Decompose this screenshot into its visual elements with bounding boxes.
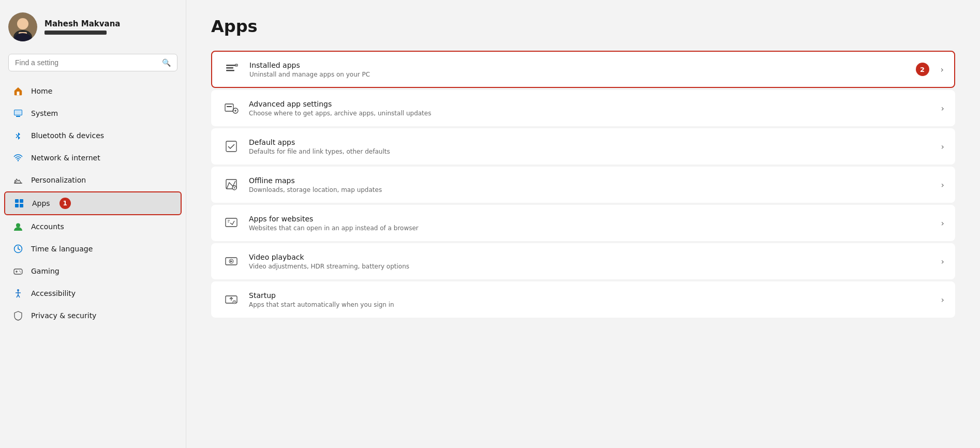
apps-icon <box>13 198 25 209</box>
sidebar-item-label-home: Home <box>31 87 52 95</box>
svg-line-21 <box>18 249 20 250</box>
sidebar-item-accounts[interactable]: Accounts <box>4 216 182 237</box>
offline-maps-icon <box>222 175 241 194</box>
svg-rect-14 <box>15 199 19 203</box>
svg-rect-15 <box>20 199 23 203</box>
apps-for-websites-arrow: › <box>941 218 944 228</box>
advanced-app-settings-text: Advanced app settings Choose where to ge… <box>249 100 935 117</box>
svg-rect-32 <box>226 65 235 66</box>
sidebar-item-label-gaming: Gaming <box>31 267 60 275</box>
sidebar-item-apps[interactable]: Apps 1 <box>4 191 182 215</box>
svg-line-11 <box>16 136 18 138</box>
settings-list: Installed apps Uninstall and manage apps… <box>211 51 955 318</box>
svg-rect-9 <box>14 110 22 115</box>
sidebar-item-home[interactable]: Home <box>4 80 182 102</box>
svg-rect-17 <box>20 204 23 207</box>
privacy-icon <box>12 310 24 321</box>
gaming-icon <box>12 265 24 277</box>
home-icon <box>12 85 24 97</box>
avatar <box>8 12 37 41</box>
installed-apps-title: Installed apps <box>249 61 916 69</box>
advanced-app-settings-icon <box>222 99 241 117</box>
user-account-bar <box>44 31 107 35</box>
apps-for-websites-title: Apps for websites <box>249 215 935 223</box>
default-apps-icon <box>222 137 241 156</box>
sidebar-item-privacy[interactable]: Privacy & security <box>4 305 182 326</box>
svg-point-18 <box>16 223 20 228</box>
sidebar-item-label-apps: Apps <box>32 199 50 207</box>
video-playback-arrow: › <box>941 257 944 266</box>
video-playback-icon <box>222 252 241 271</box>
svg-point-3 <box>18 19 27 28</box>
network-icon <box>12 152 24 163</box>
sidebar-item-bluetooth[interactable]: Bluetooth & devices <box>4 125 182 146</box>
startup-icon <box>222 290 241 309</box>
sidebar-item-system[interactable]: System <box>4 102 182 124</box>
startup-subtitle: Apps that start automatically when you s… <box>249 301 935 308</box>
settings-item-startup[interactable]: Startup Apps that start automatically wh… <box>211 281 955 318</box>
svg-point-26 <box>20 272 21 273</box>
offline-maps-arrow: › <box>941 180 944 190</box>
sidebar-item-label-bluetooth: Bluetooth & devices <box>31 131 104 140</box>
sidebar-item-label-accounts: Accounts <box>31 222 64 231</box>
svg-point-25 <box>19 271 20 272</box>
settings-item-apps-for-websites[interactable]: Apps for websites Websites that can open… <box>211 205 955 241</box>
default-apps-arrow: › <box>941 142 944 152</box>
default-apps-text: Default apps Defaults for file and link … <box>249 138 935 155</box>
offline-maps-text: Offline maps Downloads, storage location… <box>249 176 935 193</box>
sidebar-item-network[interactable]: Network & internet <box>4 147 182 169</box>
startup-arrow: › <box>941 295 944 305</box>
personalization-icon <box>12 174 24 186</box>
svg-line-31 <box>18 295 20 297</box>
user-name: Mahesh Makvana <box>44 19 120 28</box>
sidebar-item-accessibility[interactable]: Accessibility <box>4 282 182 304</box>
apps-badge: 1 <box>60 198 71 209</box>
search-bar[interactable]: 🔍 <box>8 54 177 71</box>
default-apps-subtitle: Defaults for file and link types, other … <box>249 148 935 155</box>
svg-rect-37 <box>225 104 233 111</box>
svg-line-30 <box>17 295 18 297</box>
accounts-icon <box>12 221 24 232</box>
sidebar-item-time[interactable]: Time & language <box>4 238 182 260</box>
video-playback-text: Video playback Video adjustments, HDR st… <box>249 253 935 270</box>
sidebar-item-label-privacy: Privacy & security <box>31 311 96 320</box>
advanced-app-settings-title: Advanced app settings <box>249 100 935 108</box>
sidebar-item-label-system: System <box>31 109 58 117</box>
startup-title: Startup <box>249 291 935 300</box>
svg-point-27 <box>17 289 19 291</box>
advanced-app-settings-subtitle: Choose where to get apps, archive apps, … <box>249 110 935 117</box>
video-playback-subtitle: Video adjustments, HDR streaming, batter… <box>249 263 935 270</box>
sidebar-item-label-network: Network & internet <box>31 154 100 162</box>
svg-line-10 <box>16 135 18 137</box>
startup-text: Startup Apps that start automatically wh… <box>249 291 935 308</box>
settings-item-advanced-app-settings[interactable]: Advanced app settings Choose where to ge… <box>211 90 955 126</box>
svg-rect-33 <box>226 67 233 69</box>
svg-rect-16 <box>15 204 19 207</box>
svg-marker-50 <box>230 260 233 262</box>
bluetooth-icon <box>12 130 24 141</box>
offline-maps-title: Offline maps <box>249 176 935 185</box>
settings-item-video-playback[interactable]: Video playback Video adjustments, HDR st… <box>211 243 955 279</box>
installed-apps-arrow: › <box>941 65 944 74</box>
sidebar-item-personalization[interactable]: Personalization <box>4 169 182 191</box>
search-input[interactable] <box>15 58 158 67</box>
user-info: Mahesh Makvana <box>44 19 120 35</box>
sidebar-item-gaming[interactable]: Gaming <box>4 260 182 282</box>
installed-apps-subtitle: Uninstall and manage apps on your PC <box>249 71 916 78</box>
svg-rect-38 <box>227 106 232 107</box>
apps-for-websites-subtitle: Websites that can open in an app instead… <box>249 225 935 232</box>
svg-rect-8 <box>16 116 20 117</box>
settings-item-offline-maps[interactable]: Offline maps Downloads, storage location… <box>211 167 955 203</box>
offline-maps-subtitle: Downloads, storage location, map updates <box>249 186 935 193</box>
system-icon <box>12 108 24 119</box>
apps-for-websites-icon <box>222 214 241 232</box>
sidebar: Mahesh Makvana 🔍 Home <box>0 0 186 448</box>
search-icon: 🔍 <box>162 58 171 67</box>
accessibility-icon <box>12 288 24 299</box>
settings-item-installed-apps[interactable]: Installed apps Uninstall and manage apps… <box>211 51 955 88</box>
svg-point-12 <box>18 160 19 161</box>
video-playback-title: Video playback <box>249 253 935 261</box>
main-content: Apps Installed apps Uninstall and manage… <box>186 0 980 448</box>
user-profile: Mahesh Makvana <box>0 0 186 50</box>
settings-item-default-apps[interactable]: Default apps Defaults for file and link … <box>211 128 955 165</box>
